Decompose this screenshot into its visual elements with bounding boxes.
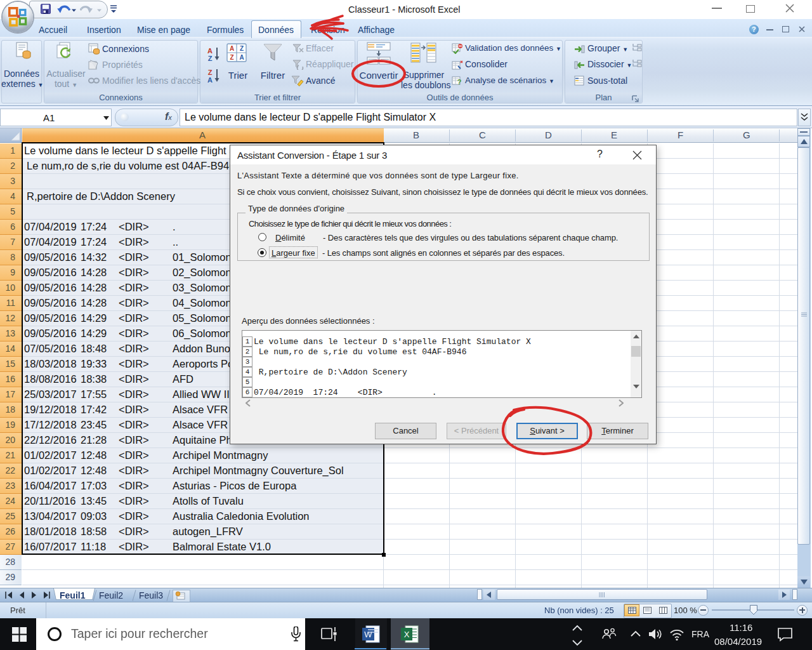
svg-text:A: A (230, 45, 234, 52)
svg-text:Z: Z (230, 54, 233, 61)
svg-text:A: A (207, 47, 213, 55)
svg-text:Z: Z (240, 45, 244, 52)
svg-text:?: ? (457, 78, 462, 86)
svg-text:A: A (207, 76, 213, 84)
svg-text:X: X (404, 630, 410, 639)
svg-text:Z: Z (208, 55, 213, 62)
svg-text:Z: Z (208, 69, 213, 76)
svg-text:A: A (239, 54, 244, 61)
svg-text:W: W (364, 630, 372, 639)
